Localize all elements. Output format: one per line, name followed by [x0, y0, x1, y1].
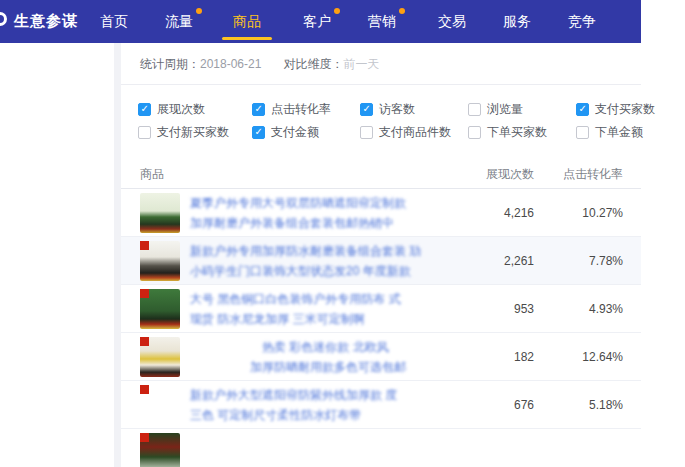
product-thumbnail-image[interactable]: [140, 289, 180, 329]
metric-paid-amount[interactable]: 支付金额: [252, 124, 319, 140]
content-panel: 统计周期：2018-06-21对比维度：前一天 展现次数 点击转化率 访客数 浏…: [121, 43, 641, 467]
checkbox-icon[interactable]: [138, 103, 151, 116]
marketing-badge-dot-icon: [399, 8, 405, 14]
metric-new-paid-buyers[interactable]: 支付新买家数: [138, 124, 229, 140]
ctr-value: 10.27%: [534, 206, 623, 220]
product-cell: 热卖 彩色迷你款 北欧风 加厚防晒耐用款多色可选包邮: [140, 337, 434, 377]
brand-logo-icon: [0, 12, 7, 26]
metric-paid-buyers[interactable]: 支付买家数: [576, 101, 655, 117]
checkbox-icon[interactable]: [576, 103, 589, 116]
col-header-product: 商品: [140, 166, 434, 183]
brand-title: 生意参谋: [14, 12, 78, 31]
product-title-link[interactable]: 新款户外专用加厚防水耐磨装备组合套装 劢: [190, 241, 434, 261]
impressions-value: 953: [434, 302, 534, 316]
metric-pageviews[interactable]: 浏览量: [468, 101, 523, 117]
product-title-link[interactable]: 新款户外大型遮阳帘防紫外线加厚款 度: [190, 385, 434, 405]
sale-tag-icon: [140, 337, 149, 346]
nav-item-traffic[interactable]: 流量: [165, 13, 193, 31]
nav-item-trade[interactable]: 交易: [438, 13, 466, 31]
product-title-link[interactable]: 三色 可定制尺寸柔性防水灯布带: [190, 405, 434, 425]
product-title-link[interactable]: 加厚耐磨户外装备组合套装包邮热销中: [190, 213, 434, 233]
metric-order-amount[interactable]: 下单金额: [576, 124, 643, 140]
table-row[interactable]: [121, 429, 641, 467]
product-cell: 新款户外专用加厚防水耐磨装备组合套装 劢 小码学生门口装饰大型状态发20 年度新…: [140, 241, 434, 281]
sale-tag-icon: [140, 433, 149, 442]
top-nav: 生意参谋 首页 流量 商品 客户 营销 交易 服务 竞争: [0, 0, 641, 43]
product-thumbnail-image[interactable]: [140, 337, 180, 377]
checkbox-icon[interactable]: [252, 126, 265, 139]
product-cell: 大号 黑色铜口白色装饰户外专用防布 式 现货 防水尼龙加厚 三米可定制啊: [140, 289, 434, 329]
nav-item-home[interactable]: 首页: [100, 13, 128, 31]
checkbox-icon[interactable]: [360, 126, 373, 139]
impressions-value: 4,216: [434, 206, 534, 220]
metric-order-buyers[interactable]: 下单买家数: [468, 124, 547, 140]
active-tab-underline: [222, 37, 272, 40]
product-title-link[interactable]: 小码学生门口装饰大型状态发20 年度新款: [190, 261, 434, 281]
ctr-value: 7.78%: [534, 254, 623, 268]
checkbox-icon[interactable]: [252, 103, 265, 116]
table-row[interactable]: 大号 黑色铜口白色装饰户外专用防布 式 现货 防水尼龙加厚 三米可定制啊 953…: [121, 285, 641, 333]
product-cell: 新款户外大型遮阳帘防紫外线加厚款 度 三色 可定制尺寸柔性防水灯布带: [140, 385, 434, 425]
product-thumbnail-image[interactable]: [140, 433, 180, 467]
sale-tag-icon: [140, 241, 149, 250]
impressions-value: 182: [434, 350, 534, 364]
traffic-badge-dot-icon: [196, 8, 202, 14]
col-header-ctr: 点击转化率: [534, 166, 623, 183]
product-table: 夏季户外专用大号双层防晒遮阳帘定制款 加厚耐磨户外装备组合套装包邮热销中 4,2…: [121, 189, 641, 467]
product-cell: [140, 433, 434, 467]
product-thumbnail-image[interactable]: [140, 193, 180, 233]
table-row[interactable]: 新款户外大型遮阳帘防紫外线加厚款 度 三色 可定制尺寸柔性防水灯布带 676 5…: [121, 381, 641, 429]
table-header: 商品 展现次数 点击转化率: [121, 161, 641, 189]
impressions-value: 676: [434, 398, 534, 412]
page: 生意参谋 首页 流量 商品 客户 营销 交易 服务 竞争 统计周期：2018-0…: [0, 0, 685, 467]
table-row[interactable]: 夏季户外专用大号双层防晒遮阳帘定制款 加厚耐磨户外装备组合套装包邮热销中 4,2…: [121, 189, 641, 237]
metric-ctr[interactable]: 点击转化率: [252, 101, 331, 117]
period-value: 2018-06-21: [200, 57, 261, 71]
impressions-value: 2,261: [434, 254, 534, 268]
product-thumbnail-image[interactable]: [140, 241, 180, 281]
product-thumbnail-image[interactable]: [140, 385, 180, 425]
layout-gap: [114, 43, 121, 467]
ctr-value: 5.18%: [534, 398, 623, 412]
nav-item-product[interactable]: 商品: [233, 13, 261, 31]
nav-item-compete[interactable]: 竞争: [568, 13, 596, 31]
table-row[interactable]: 新款户外专用加厚防水耐磨装备组合套装 劢 小码学生门口装饰大型状态发20 年度新…: [121, 237, 641, 285]
checkbox-icon[interactable]: [576, 126, 589, 139]
sale-tag-icon: [140, 385, 149, 394]
product-title-link[interactable]: 夏季户外专用大号双层防晒遮阳帘定制款: [190, 193, 434, 213]
checkbox-icon[interactable]: [138, 126, 151, 139]
product-cell: 夏季户外专用大号双层防晒遮阳帘定制款 加厚耐磨户外装备组合套装包邮热销中: [140, 193, 434, 233]
metric-paid-items[interactable]: 支付商品件数: [360, 124, 451, 140]
checkbox-icon[interactable]: [360, 103, 373, 116]
metric-visitors[interactable]: 访客数: [360, 101, 415, 117]
stats-period-bar: 统计周期：2018-06-21对比维度：前一天: [121, 43, 641, 85]
ctr-value: 12.64%: [534, 350, 623, 364]
compare-value: 前一天: [343, 57, 379, 71]
ctr-value: 4.93%: [534, 302, 623, 316]
customer-badge-dot-icon: [334, 8, 340, 14]
metric-impressions[interactable]: 展现次数: [138, 101, 205, 117]
sale-tag-icon: [140, 289, 149, 298]
nav-item-customer[interactable]: 客户: [303, 13, 331, 31]
product-title-link[interactable]: 加厚防晒耐用款多色可选包邮: [190, 357, 434, 377]
compare-label: 对比维度：: [283, 57, 343, 71]
checkbox-icon[interactable]: [468, 126, 481, 139]
nav-item-marketing[interactable]: 营销: [368, 13, 396, 31]
product-title-link[interactable]: 热卖 彩色迷你款 北欧风: [190, 337, 434, 357]
nav-item-service[interactable]: 服务: [503, 13, 531, 31]
product-title-link[interactable]: 现货 防水尼龙加厚 三米可定制啊: [190, 309, 434, 329]
period-label: 统计周期：: [140, 57, 200, 71]
product-title-link[interactable]: 大号 黑色铜口白色装饰户外专用防布 式: [190, 289, 434, 309]
checkbox-icon[interactable]: [468, 103, 481, 116]
table-row[interactable]: 热卖 彩色迷你款 北欧风 加厚防晒耐用款多色可选包邮 182 12.64%: [121, 333, 641, 381]
col-header-impressions: 展现次数: [434, 166, 534, 183]
